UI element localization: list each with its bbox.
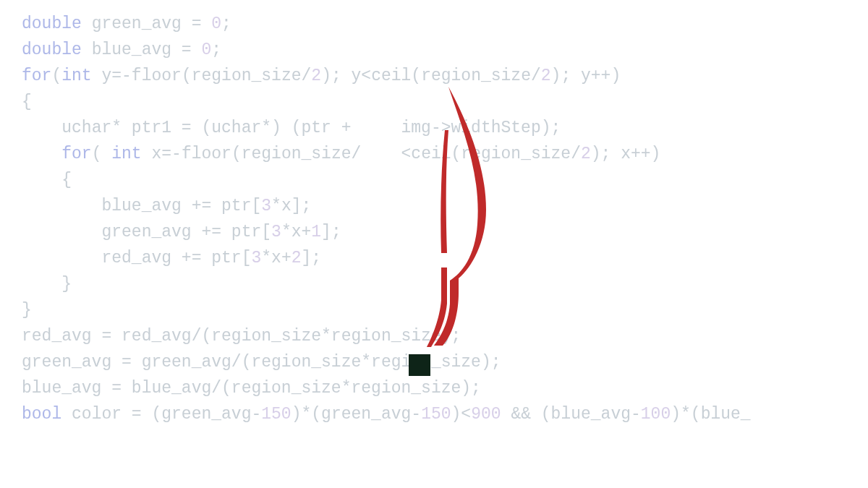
- code-line: {: [22, 89, 751, 115]
- number-literal: 2: [311, 67, 321, 85]
- number-literal: 2: [292, 249, 302, 267]
- code-text: y=-floor(region_size/: [92, 67, 312, 85]
- code-text: red_avg = red_avg/(region_size*region_si…: [22, 327, 461, 346]
- keyword: int: [61, 67, 91, 85]
- code-text: )*(blue_: [671, 405, 750, 424]
- keyword: int: [111, 145, 141, 163]
- code-text: x=-floor(region_size/ <ceil(region_size/: [142, 145, 581, 163]
- keyword: double: [22, 40, 82, 59]
- code-text: ); x++): [591, 145, 661, 163]
- code-text: }: [22, 301, 32, 320]
- number-literal: 900: [471, 405, 501, 424]
- code-text: {: [22, 93, 32, 111]
- number-literal: 3: [271, 223, 281, 241]
- code-text: blue_avg =: [82, 40, 202, 59]
- code-text: )*(green_avg-: [292, 405, 421, 424]
- code-line: for( int x=-floor(region_size/ <ceil(reg…: [22, 141, 751, 167]
- code-text: }: [61, 275, 72, 294]
- code-text: && (blue_avg-: [501, 405, 641, 424]
- code-text: ); y<ceil(region_size/: [321, 67, 541, 85]
- code-text: *x+: [261, 249, 291, 267]
- code-text: *x+: [281, 223, 311, 241]
- keyword: bool: [22, 405, 61, 424]
- code-text: )<: [451, 405, 472, 424]
- keyword: double: [22, 14, 82, 33]
- code-line: green_avg = green_avg/(region_size*regio…: [22, 349, 751, 375]
- number-literal: 150: [421, 405, 451, 424]
- code-text: blue_avg += ptr[: [101, 197, 261, 215]
- code-text: *x];: [271, 197, 311, 215]
- code-text: ];: [302, 249, 322, 267]
- code-text: color = (green_avg-: [61, 405, 261, 424]
- code-line: blue_avg = blue_avg/(region_size*region_…: [22, 375, 751, 401]
- number-literal: 3: [261, 197, 271, 215]
- number-literal: 3: [251, 249, 261, 267]
- number-literal: 1: [311, 223, 321, 241]
- code-line: }: [22, 271, 751, 297]
- code-line: green_avg += ptr[3*x+1];: [22, 219, 751, 245]
- code-text: (: [51, 67, 61, 85]
- code-text: ); y++): [551, 67, 621, 85]
- code-line: {: [22, 167, 751, 193]
- code-text: uchar* ptr1 = (uchar*) (ptr + img->width…: [61, 119, 561, 137]
- code-text: green_avg =: [82, 14, 211, 33]
- number-literal: 2: [581, 145, 591, 163]
- code-text: green_avg += ptr[: [101, 223, 271, 241]
- number-literal: 0: [201, 40, 211, 59]
- code-text: red_avg += ptr[: [101, 249, 251, 267]
- keyword: for: [22, 67, 51, 85]
- code-line: }: [22, 297, 751, 323]
- code-text: blue_avg = blue_avg/(region_size*region_…: [22, 379, 481, 398]
- code-line: uchar* ptr1 = (uchar*) (ptr + img->width…: [22, 115, 751, 141]
- code-text: ;: [221, 14, 231, 33]
- code-line: double blue_avg = 0;: [22, 37, 751, 63]
- number-literal: 2: [541, 67, 551, 85]
- code-line: red_avg += ptr[3*x+2];: [22, 245, 751, 271]
- code-line: double green_avg = 0;: [22, 11, 751, 37]
- code-block: double green_avg = 0;double blue_avg = 0…: [22, 11, 751, 427]
- code-line: bool color = (green_avg-150)*(green_avg-…: [22, 401, 751, 427]
- code-line: blue_avg += ptr[3*x];: [22, 193, 751, 219]
- code-text: green_avg = green_avg/(region_size*regio…: [22, 353, 501, 372]
- code-text: (: [92, 145, 112, 163]
- code-line: for(int y=-floor(region_size/2); y<ceil(…: [22, 63, 751, 89]
- code-line: red_avg = red_avg/(region_size*region_si…: [22, 323, 751, 349]
- number-literal: 0: [211, 14, 221, 33]
- keyword: for: [61, 145, 91, 163]
- code-text: ;: [211, 40, 221, 59]
- code-text: {: [61, 171, 72, 189]
- number-literal: 150: [261, 405, 291, 424]
- code-text: ];: [321, 223, 341, 241]
- number-literal: 100: [641, 405, 671, 424]
